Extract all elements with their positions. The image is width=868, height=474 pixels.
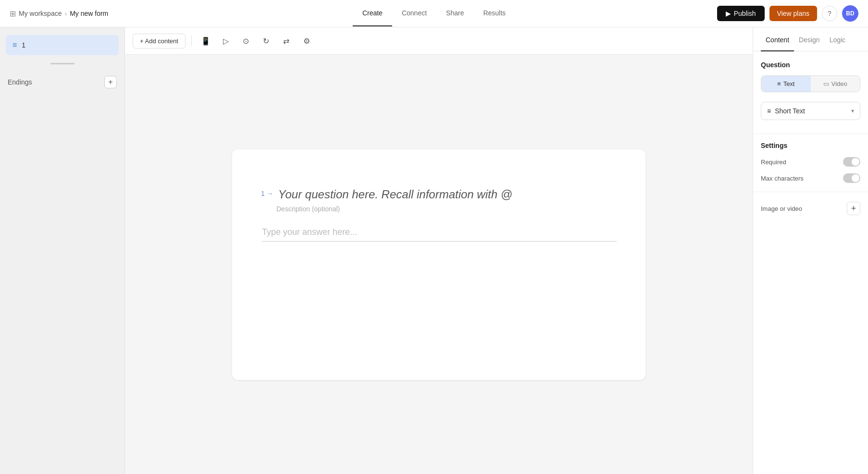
view-plans-button[interactable]: View plans xyxy=(769,6,817,21)
run-icon: ⊙ xyxy=(243,36,249,46)
max-characters-setting-row: Max characters xyxy=(761,173,860,183)
right-panel: Content Design Logic Question ≡ Text ▭ V… xyxy=(753,27,868,474)
question-number-label: 1 xyxy=(22,41,25,49)
answer-type-dropdown[interactable]: ≡ Short Text ▾ xyxy=(761,102,860,120)
question-description[interactable]: Description (optional) xyxy=(276,205,617,213)
sidebar-divider xyxy=(50,63,74,64)
max-characters-toggle[interactable] xyxy=(843,173,860,183)
type-video-button[interactable]: ▭ Video xyxy=(811,76,860,92)
tab-connect[interactable]: Connect xyxy=(392,0,436,26)
content-area: + Add content 📱 ▷ ⊙ ↻ ⇄ ⚙ xyxy=(125,27,753,474)
preview-play-icon: ▷ xyxy=(223,36,229,46)
question-text[interactable]: Your question here. Recall information w… xyxy=(278,188,512,201)
text-type-icon: ≡ xyxy=(777,80,781,87)
required-label: Required xyxy=(761,158,786,166)
gear-icon: ⚙ xyxy=(303,36,310,46)
endings-label: Endings xyxy=(8,78,32,86)
left-sidebar: ≡ 1 Endings + xyxy=(0,27,125,474)
publish-button[interactable]: ▶ Publish xyxy=(717,6,765,21)
type-text-button[interactable]: ≡ Text xyxy=(761,76,811,92)
panel-divider-2 xyxy=(753,192,868,192)
panel-divider xyxy=(753,134,868,134)
panel-body: Question ≡ Text ▭ Video ≡ Short Text ▾ xyxy=(753,51,868,225)
refresh-icon: ↻ xyxy=(263,36,269,46)
settings-title: Settings xyxy=(761,142,860,149)
nav-actions: ▶ Publish View plans ? BD xyxy=(717,5,858,22)
question-section-title: Question xyxy=(761,61,860,69)
form-canvas: 1 → Your question here. Recall informati… xyxy=(125,55,753,474)
breadcrumb-workspace[interactable]: My workspace xyxy=(19,10,62,17)
answer-type-left: ≡ Short Text xyxy=(767,107,805,115)
workspace-icon: ⊞ xyxy=(10,9,16,18)
breadcrumb-separator: › xyxy=(64,10,67,17)
answer-input-area: Type your answer here... xyxy=(262,227,617,242)
toolbar: + Add content 📱 ▷ ⊙ ↻ ⇄ ⚙ xyxy=(125,27,753,55)
panel-tab-design[interactable]: Design xyxy=(794,27,825,51)
refresh-button[interactable]: ↻ xyxy=(258,33,274,49)
play-preview-button[interactable]: ▷ xyxy=(218,33,234,49)
question-type-icon: ≡ xyxy=(12,41,17,49)
breadcrumb-form[interactable]: My new form xyxy=(70,10,108,17)
required-setting-row: Required xyxy=(761,157,860,167)
play-icon: ▶ xyxy=(726,10,731,17)
toolbar-divider xyxy=(191,35,192,47)
translate-button[interactable]: ⇄ xyxy=(278,33,295,49)
max-characters-label: Max characters xyxy=(761,175,804,182)
add-media-button[interactable]: + xyxy=(847,202,860,215)
top-nav: ⊞ My workspace › My new form Create Conn… xyxy=(0,0,868,27)
image-video-row: Image or video + xyxy=(761,202,860,215)
question-card: 1 → Your question here. Recall informati… xyxy=(232,149,645,380)
tab-create[interactable]: Create xyxy=(353,0,392,26)
mobile-icon: 📱 xyxy=(201,36,211,46)
endings-row: Endings + xyxy=(6,72,119,92)
question-type-buttons: ≡ Text ▭ Video xyxy=(761,75,860,92)
required-toggle[interactable] xyxy=(843,157,860,167)
main-layout: ≡ 1 Endings + + Add content 📱 ▷ ⊙ ↻ xyxy=(0,27,868,474)
add-ending-button[interactable]: + xyxy=(104,76,117,88)
question-header: 1 → Your question here. Recall informati… xyxy=(261,188,617,201)
sidebar-question-1[interactable]: ≡ 1 xyxy=(6,35,119,55)
answer-placeholder-text: Type your answer here... xyxy=(262,227,357,237)
tab-results[interactable]: Results xyxy=(473,0,515,26)
help-button[interactable]: ? xyxy=(822,6,837,21)
image-or-video-label: Image or video xyxy=(761,205,802,212)
mobile-preview-button[interactable]: 📱 xyxy=(198,33,214,49)
panel-tab-content[interactable]: Content xyxy=(761,27,794,51)
translate-icon: ⇄ xyxy=(283,36,289,46)
video-type-icon: ▭ xyxy=(823,80,829,87)
avatar[interactable]: BD xyxy=(842,5,858,22)
circle-play-button[interactable]: ⊙ xyxy=(238,33,254,49)
panel-tab-logic[interactable]: Logic xyxy=(825,27,850,51)
chevron-down-icon: ▾ xyxy=(851,108,854,114)
question-number: 1 → xyxy=(261,190,273,197)
settings-button[interactable]: ⚙ xyxy=(298,33,315,49)
answer-type-label: Short Text xyxy=(775,107,805,115)
short-text-icon: ≡ xyxy=(767,107,771,115)
nav-tabs: Create Connect Share Results xyxy=(353,0,515,26)
tab-share[interactable]: Share xyxy=(436,0,473,26)
add-content-button[interactable]: + Add content xyxy=(133,34,186,49)
panel-tabs: Content Design Logic xyxy=(753,27,868,51)
